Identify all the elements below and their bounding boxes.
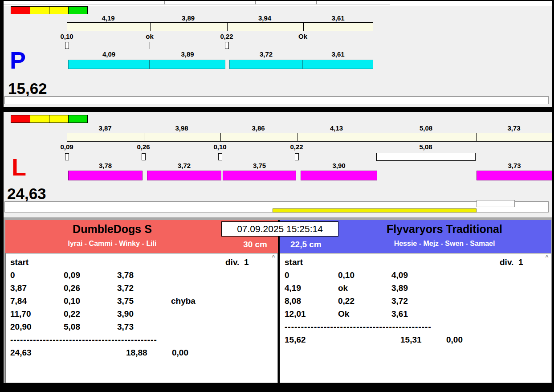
- scroll-up-icon[interactable]: ^: [270, 254, 277, 260]
- window-remnant-strip: [4, 1, 552, 6]
- cum-time: 20,90: [10, 320, 64, 333]
- remnant-tick: [164, 1, 165, 4]
- sensor-mark-line: [150, 42, 150, 49]
- split-time-top: 3,61: [303, 15, 373, 22]
- top-splits-bar: [67, 22, 373, 31]
- cum-time: 0: [10, 269, 64, 282]
- light-yellow-icon: [30, 115, 49, 122]
- change-time: ok: [338, 282, 391, 294]
- result-row: 12,01Ok3,61: [280, 307, 551, 320]
- status-white-box: [477, 200, 515, 207]
- dog-time: 3,72: [391, 294, 445, 307]
- split-time-bottom: 3,72: [229, 51, 303, 58]
- lane-l-letter: L: [12, 155, 26, 179]
- total-row: 15,6215,310,00: [280, 333, 551, 346]
- dog-run-bar: [229, 60, 303, 69]
- team-left-results: start div. 1 00,093,78 3,870,263,72 7,84…: [5, 253, 278, 383]
- bar-divider: [303, 23, 304, 31]
- change-mark: 0,22: [213, 33, 240, 40]
- change-time: 0,22: [64, 307, 117, 320]
- split-time-top: 3,87: [67, 125, 143, 132]
- light-green-icon: [69, 115, 87, 122]
- bar-divider: [150, 23, 151, 31]
- dog-run-bar: [303, 60, 373, 69]
- lane-p-letter: P: [10, 48, 26, 72]
- traffic-light-p: [11, 6, 88, 14]
- split-time-top: 4,13: [297, 125, 376, 132]
- result-row: 00,104,09: [280, 269, 551, 282]
- fault-note: [171, 307, 277, 320]
- cum-time: 7,84: [10, 294, 64, 307]
- remnant-tick: [255, 1, 256, 4]
- split-time-top: 3,86: [220, 125, 297, 132]
- light-green-icon: [69, 7, 87, 14]
- division-label: div. 1: [225, 256, 248, 269]
- fault-note: [171, 269, 277, 282]
- split-time-bottom: 3,78: [68, 162, 143, 169]
- split-time-bottom: 3,89: [150, 51, 225, 58]
- traffic-light-l: [11, 115, 88, 123]
- split-time-bottom: 3,61: [303, 51, 373, 58]
- team-right-name: Flyvaryors Traditional: [338, 223, 551, 236]
- dog-time: 3,61: [391, 307, 445, 320]
- sensor-mark-box: [225, 42, 229, 49]
- split-time-top: 5,08: [376, 125, 476, 132]
- light-yellow-icon: [49, 115, 69, 122]
- cum-time: 11,70: [10, 307, 64, 320]
- start-label: start: [285, 256, 338, 269]
- start-label: start: [10, 256, 64, 269]
- table-header-row: start div. 1: [6, 256, 277, 269]
- team-left-name: DumbleDogs S: [5, 223, 219, 236]
- dog-time: 4,09: [391, 269, 445, 282]
- clean-time: 15,31: [400, 333, 446, 346]
- fault-note: [171, 282, 277, 294]
- cum-time: 4,19: [285, 282, 338, 294]
- fault-note: [171, 320, 277, 333]
- top-splits-bar: [67, 133, 552, 142]
- total-time: 24,63: [10, 346, 126, 359]
- remnant-line: [4, 4, 390, 4]
- cum-time: 3,87: [10, 282, 64, 294]
- bar-divider: [297, 133, 297, 141]
- change-mark: 0,26: [130, 143, 157, 151]
- penalty-time: 0,00: [172, 346, 188, 359]
- team-right-dogs: Hessie - Mejz - Swen - Samael: [338, 240, 551, 248]
- change-time: 0,26: [64, 282, 117, 294]
- bar-divider: [227, 23, 228, 31]
- team-right-results: start div. 1 00,104,09 4,19ok3,89 8,080,…: [280, 253, 551, 383]
- panel-bottom-gap: [4, 383, 552, 386]
- change-time: 0,10: [338, 269, 391, 282]
- sensor-mark-box: [295, 153, 299, 160]
- lost-dog-bar: [376, 153, 476, 161]
- dog-time: 3,89: [391, 282, 445, 294]
- lane-p-panel: 4,19 3,89 3,94 3,61 0,10 ok 0,22 Ok 4,09…: [4, 6, 552, 107]
- sensor-mark-box: [65, 153, 69, 160]
- table-header-row: start div. 1: [280, 256, 551, 269]
- scroll-up-icon[interactable]: ^: [544, 254, 550, 260]
- dog-run-bar: [223, 171, 296, 180]
- remnant-tick: [316, 1, 317, 4]
- clean-time: 18,88: [126, 346, 172, 359]
- team-left-jump-height: 30 cm: [243, 240, 267, 249]
- lane-separator: [4, 107, 552, 112]
- light-yellow-icon: [30, 7, 49, 14]
- total-time: 15,62: [285, 333, 400, 346]
- sensor-mark-line: [303, 42, 303, 49]
- result-row: 11,700,223,90: [6, 307, 277, 320]
- status-progress-bar: [273, 208, 477, 212]
- light-yellow-icon: [49, 7, 69, 14]
- fault-note: [445, 307, 551, 320]
- teams-area: DumbleDogs S Iyrai - Cammi - Winky - Lil…: [4, 217, 552, 386]
- split-time-bottom: 4,09: [68, 51, 150, 58]
- bar-divider: [377, 133, 377, 141]
- fault-note: chyba: [171, 294, 277, 307]
- total-row: 24,6318,880,00: [6, 346, 277, 359]
- change-mark: ok: [136, 33, 163, 40]
- change-time: 5,08: [64, 320, 117, 333]
- bar-divider: [220, 133, 221, 141]
- datetime-display: 07.09.2025 15:25:14: [221, 221, 338, 237]
- dog-run-bar: [477, 171, 552, 180]
- lost-dog-time-label: 5,08: [412, 143, 439, 151]
- flyball-timing-window: 4,19 3,89 3,94 3,61 0,10 ok 0,22 Ok 4,09…: [0, 0, 554, 392]
- dog-time: 3,75: [117, 294, 171, 307]
